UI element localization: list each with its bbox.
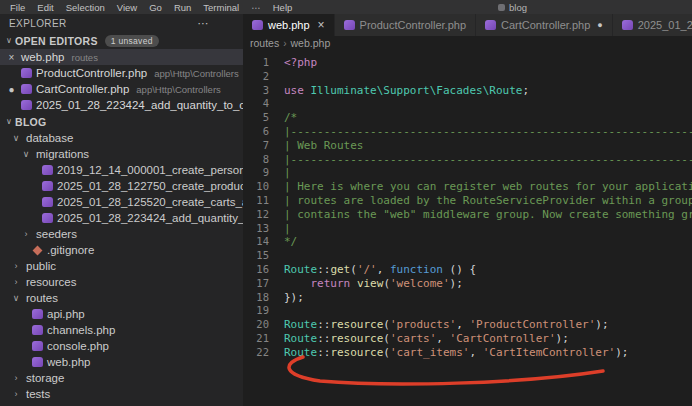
code-text: | — [284, 166, 291, 180]
tree-item-storage[interactable]: ›storage — [0, 370, 243, 386]
code-token: | — [284, 222, 291, 235]
tree-item-2025-01-28-223424-add-quantity-to-cart-item[interactable]: 2025_01_28_223424_add_quantity_to_cart_i… — [0, 210, 243, 226]
close-tab-icon[interactable]: × — [318, 18, 325, 32]
tree-item-api-php[interactable]: api.php — [0, 306, 243, 322]
tree-item-gitignore[interactable]: .gitignore — [0, 242, 243, 258]
tree-item-migrations[interactable]: ∨migrations — [0, 146, 243, 162]
menu-more[interactable]: ⋯ — [245, 2, 267, 13]
code-token: 'CartItemController' — [483, 346, 615, 359]
tab-web-php[interactable]: web.php× — [243, 14, 335, 36]
php-file-icon — [42, 213, 53, 223]
code-line[interactable]: 16Route::get('/', function () { — [243, 263, 692, 277]
code-token: view — [357, 277, 384, 290]
open-editor-item-2025-01-28-223424-add-quantity-to-cart-it[interactable]: 2025_01_28_223424_add_quantity_to_cart_i… — [0, 97, 243, 113]
code-token: :: — [317, 332, 330, 345]
code-line[interactable]: 4 — [243, 97, 692, 111]
line-number: 9 — [243, 166, 284, 180]
code-token: ( — [383, 318, 390, 331]
tab-2025-01-28-22342[interactable]: 2025_01_28_22342... — [613, 14, 692, 36]
code-token: ); — [615, 346, 628, 359]
code-line[interactable]: 10| Here is where you can register web r… — [243, 180, 692, 194]
more-actions-icon[interactable]: ⋯ — [198, 17, 209, 30]
menu-go[interactable]: Go — [143, 2, 168, 13]
code-line[interactable]: 15 — [243, 249, 692, 263]
code-token: 'cart_items' — [390, 346, 469, 359]
tree-item-console-php[interactable]: console.php — [0, 338, 243, 354]
code-line[interactable]: 22Route::resource('cart_items', 'CartIte… — [243, 346, 692, 360]
tree-item-routes[interactable]: ∨routes — [0, 290, 243, 306]
code-token: Illuminate\Support\Facades\Route — [311, 84, 523, 97]
root-folder-header[interactable]: ∨ BLOG — [0, 113, 243, 130]
tab-productcontroller-php[interactable]: ProductController.php — [335, 14, 476, 36]
tree-item-resources[interactable]: ›resources — [0, 274, 243, 290]
code-editor[interactable]: 1<?php23use Illuminate\Support\Facades\R… — [243, 50, 692, 406]
code-line[interactable]: 8|--------------------------------------… — [243, 153, 692, 167]
file-name: channels.php — [47, 324, 115, 336]
code-text: Route::resource('products', 'ProductCont… — [284, 318, 609, 332]
close-file-icon[interactable]: × — [6, 52, 17, 63]
code-line[interactable]: 20Route::resource('products', 'ProductCo… — [243, 318, 692, 332]
dirty-indicator: ● — [6, 84, 17, 95]
code-line[interactable]: 12| contains the "web" middleware group.… — [243, 208, 692, 222]
php-file-icon — [42, 165, 53, 175]
menu-selection[interactable]: Selection — [60, 2, 111, 13]
code-token: | Here is where you can register web rou… — [284, 180, 692, 193]
code-text: <?php — [284, 56, 317, 70]
code-token: | routes are loaded by the RouteServiceP… — [284, 194, 692, 207]
file-path: routes — [71, 52, 97, 63]
php-file-icon — [485, 20, 496, 30]
code-line[interactable]: 14*/ — [243, 235, 692, 249]
breadcrumb-item-routes[interactable]: routes — [250, 37, 279, 49]
menu-view[interactable]: View — [111, 2, 143, 13]
menu-file[interactable]: File — [4, 2, 31, 13]
code-line[interactable]: 13| — [243, 222, 692, 236]
tree-item-channels-php[interactable]: channels.php — [0, 322, 243, 338]
line-number: 8 — [243, 153, 284, 167]
tree-item-2025-01-28-122750-create-products-php[interactable]: 2025_01_28_122750_create_products.php — [0, 178, 243, 194]
open-editor-item-productcontroller-php[interactable]: ProductController.phpapp\Http\Controller… — [0, 65, 243, 81]
tree-item-public[interactable]: ›public — [0, 258, 243, 274]
unsaved-badge: 1 unsaved — [105, 35, 159, 47]
menu-run[interactable]: Run — [168, 2, 197, 13]
code-line[interactable]: 7| Web Routes — [243, 139, 692, 153]
code-line[interactable]: 19 — [243, 304, 692, 318]
tree-item-web-php[interactable]: web.php — [0, 354, 243, 370]
open-editors-header[interactable]: ∨ OPEN EDITORS 1 unsaved — [0, 32, 243, 49]
code-line[interactable]: 1<?php — [243, 56, 692, 70]
code-text: */ — [284, 235, 297, 249]
code-token: return — [311, 277, 351, 290]
line-number: 5 — [243, 111, 284, 125]
php-file-icon — [32, 357, 43, 367]
code-token: |---------------------------------------… — [284, 153, 692, 166]
code-line[interactable]: 18}); — [243, 291, 692, 305]
code-text: | — [284, 222, 291, 236]
menu-edit[interactable]: Edit — [31, 2, 59, 13]
code-line[interactable]: 2 — [243, 70, 692, 84]
code-text: }); — [284, 291, 304, 305]
code-line[interactable]: 9| — [243, 166, 692, 180]
tree-item-2019-12-14-000001-create-personal-access-to[interactable]: 2019_12_14_000001_create_personal_access… — [0, 162, 243, 178]
open-editor-item-web-php[interactable]: ×web.phproutes — [0, 49, 243, 65]
tab-cartcontroller-php[interactable]: CartController.php● — [476, 14, 613, 36]
chevron-right-icon: › — [10, 261, 22, 271]
code-line[interactable]: 3use Illuminate\Support\Facades\Route; — [243, 84, 692, 98]
tree-item-2025-01-28-125520-create-carts-and-cart-ite[interactable]: 2025_01_28_125520_create_carts_and_cart_… — [0, 194, 243, 210]
tree-item-seeders[interactable]: ›seeders — [0, 226, 243, 242]
tree-item-tests[interactable]: ›tests — [0, 386, 243, 402]
code-token: , — [436, 332, 449, 345]
code-line[interactable]: 11| routes are loaded by the RouteServic… — [243, 194, 692, 208]
php-file-icon — [252, 20, 263, 30]
menu-terminal[interactable]: Terminal — [197, 2, 245, 13]
menu-help[interactable]: Help — [267, 2, 299, 13]
code-line[interactable]: 21Route::resource('carts', 'CartControll… — [243, 332, 692, 346]
code-line[interactable]: 5/* — [243, 111, 692, 125]
code-line[interactable]: 17 return view('welcome'); — [243, 277, 692, 291]
line-number: 3 — [243, 84, 284, 98]
code-token: ); — [450, 277, 463, 290]
code-line[interactable]: 6|--------------------------------------… — [243, 125, 692, 139]
tree-item-database[interactable]: ∨database — [0, 130, 243, 146]
breadcrumb-item-web-php[interactable]: web.php — [291, 37, 331, 49]
git-file-icon — [33, 245, 43, 255]
open-editor-item-cartcontroller-php[interactable]: ●CartController.phpapp\Http\Controllers — [0, 81, 243, 97]
php-file-icon — [21, 84, 32, 94]
